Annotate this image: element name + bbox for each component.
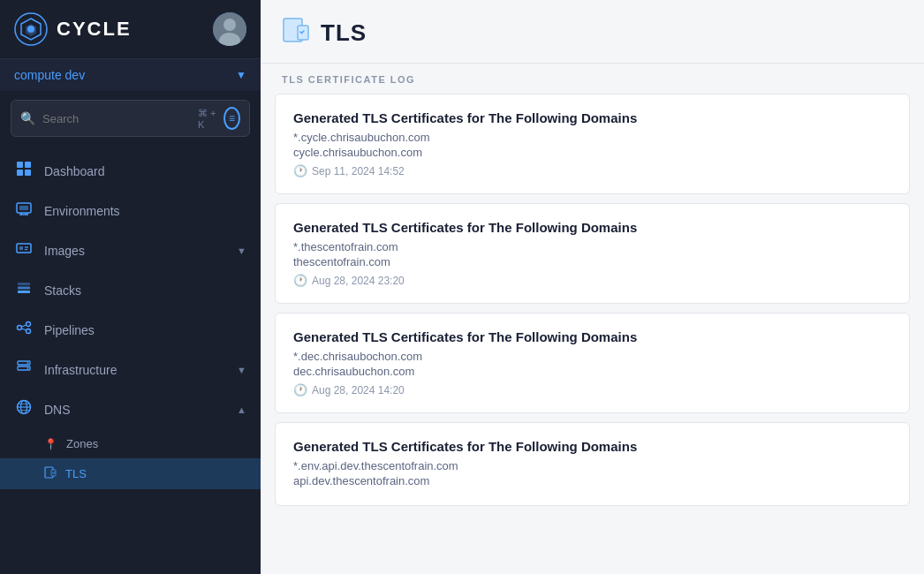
stacks-label: Stacks	[44, 283, 81, 298]
svg-point-28	[27, 362, 29, 364]
infrastructure-label: Infrastructure	[44, 363, 117, 377]
log-domain-4-1: api.dev.thescentofrain.com	[293, 474, 891, 487]
sidebar-item-infrastructure[interactable]: Infrastructure ▼	[0, 350, 261, 389]
svg-rect-15	[19, 246, 23, 250]
log-container: Generated TLS Certificates for The Follo…	[261, 94, 924, 574]
page-header-icon	[282, 16, 310, 50]
svg-point-22	[27, 322, 31, 327]
log-title-2: Generated TLS Certificates for The Follo…	[293, 220, 891, 235]
list-view-button[interactable]: ≡	[223, 107, 240, 130]
svg-rect-20	[18, 283, 30, 285]
sidebar-logo: CYCLE	[14, 12, 132, 46]
sidebar-item-tls[interactable]: TLS	[0, 458, 261, 489]
svg-rect-7	[17, 170, 23, 176]
log-domain-1-0: *.cycle.chrisaubuchon.com	[293, 131, 891, 144]
log-timestamp-3: 🕐 Aug 28, 2024 14:20	[293, 383, 891, 397]
zones-icon: 📍	[44, 438, 57, 450]
log-title-4: Generated TLS Certificates for The Follo…	[293, 439, 891, 454]
svg-point-1	[27, 26, 34, 33]
log-domain-3-1: dec.chrisaubuchon.com	[293, 365, 891, 378]
sidebar-header: CYCLE	[0, 0, 261, 59]
svg-rect-36	[51, 470, 56, 476]
dns-icon	[14, 398, 34, 420]
sidebar-item-environments[interactable]: Environments	[0, 191, 261, 230]
svg-rect-18	[18, 291, 30, 293]
app-name: CYCLE	[57, 18, 132, 41]
svg-line-24	[22, 325, 27, 327]
pipelines-label: Pipelines	[44, 323, 95, 337]
tls-nav-label: TLS	[65, 467, 87, 480]
svg-point-29	[27, 367, 29, 369]
user-avatar[interactable]	[213, 12, 246, 46]
log-domain-1-1: cycle.chrisaubuchon.com	[293, 146, 891, 159]
svg-point-21	[18, 326, 22, 330]
section-label: TLS CERTIFICATE LOG	[261, 64, 924, 94]
log-time-3: Aug 28, 2024 14:20	[312, 384, 405, 397]
sidebar-item-pipelines[interactable]: Pipelines	[0, 310, 261, 350]
svg-rect-10	[19, 206, 28, 210]
dashboard-label: Dashboard	[44, 164, 105, 178]
svg-line-25	[22, 329, 27, 330]
stacks-icon	[14, 279, 34, 301]
environments-label: Environments	[44, 204, 120, 218]
log-domain-2-0: *.thescentofrain.com	[293, 240, 891, 253]
svg-rect-14	[17, 244, 31, 253]
log-entry-1: Generated TLS Certificates for The Follo…	[275, 94, 910, 194]
clock-icon-3: 🕐	[293, 383, 307, 397]
svg-rect-6	[25, 162, 31, 168]
log-timestamp-1: 🕐 Sep 11, 2024 14:52	[293, 164, 891, 177]
svg-rect-8	[25, 170, 31, 176]
sidebar-item-stacks[interactable]: Stacks	[0, 270, 261, 310]
svg-rect-5	[17, 162, 23, 168]
images-chevron-icon: ▼	[237, 245, 246, 256]
svg-rect-19	[18, 287, 30, 290]
log-entry-3: Generated TLS Certificates for The Follo…	[275, 313, 910, 413]
svg-point-23	[27, 329, 31, 334]
infrastructure-icon	[14, 359, 34, 381]
images-icon	[14, 239, 34, 261]
dns-chevron-icon: ▲	[237, 404, 246, 415]
sidebar-item-images[interactable]: Images ▼	[0, 230, 261, 270]
workspace-name: compute dev	[14, 68, 85, 82]
log-entry-2: Generated TLS Certificates for The Follo…	[275, 203, 910, 304]
log-title-1: Generated TLS Certificates for The Follo…	[293, 110, 891, 125]
search-icon: 🔍	[20, 111, 35, 125]
sidebar: CYCLE compute dev ▼ 🔍 ⌘ + K ≡	[0, 0, 261, 574]
sidebar-item-zones[interactable]: 📍 Zones	[0, 429, 261, 458]
clock-icon-1: 🕐	[293, 164, 307, 177]
environments-icon	[14, 200, 34, 222]
infrastructure-chevron-icon: ▼	[237, 365, 246, 375]
dashboard-icon	[14, 160, 34, 182]
search-shortcut: ⌘ + K	[198, 108, 216, 130]
zones-label: Zones	[66, 437, 98, 450]
cycle-logo-icon	[14, 12, 48, 46]
search-input[interactable]	[42, 112, 191, 125]
log-domain-3-0: *.dec.chrisaubochon.com	[293, 350, 891, 363]
workspace-selector[interactable]: compute dev ▼	[0, 59, 261, 91]
log-domain-2-1: thescentofrain.com	[293, 255, 891, 268]
dns-label: DNS	[44, 403, 71, 417]
tls-nav-icon	[44, 466, 57, 481]
log-domain-4-0: *.env.api.dev.thescentofrain.com	[293, 459, 891, 472]
clock-icon-2: 🕐	[293, 274, 307, 287]
log-time-1: Sep 11, 2024 14:52	[312, 165, 405, 177]
search-bar[interactable]: 🔍 ⌘ + K ≡	[11, 100, 250, 137]
log-timestamp-2: 🕐 Aug 28, 2024 23:20	[293, 274, 891, 287]
sidebar-item-dns[interactable]: DNS ▲	[0, 389, 261, 429]
nav-items: Dashboard Environments	[0, 146, 261, 574]
pipelines-icon	[14, 319, 34, 341]
sidebar-item-dashboard[interactable]: Dashboard	[0, 151, 261, 191]
svg-point-3	[223, 19, 236, 31]
main-content: TLS TLS CERTIFICATE LOG Generated TLS Ce…	[261, 0, 924, 574]
page-header: TLS	[261, 0, 924, 64]
page-title: TLS	[321, 19, 367, 47]
log-title-3: Generated TLS Certificates for The Follo…	[293, 329, 891, 344]
images-label: Images	[44, 244, 85, 258]
workspace-chevron-icon: ▼	[236, 69, 246, 81]
log-time-2: Aug 28, 2024 23:20	[312, 275, 405, 287]
log-entry-4: Generated TLS Certificates for The Follo…	[275, 422, 910, 506]
